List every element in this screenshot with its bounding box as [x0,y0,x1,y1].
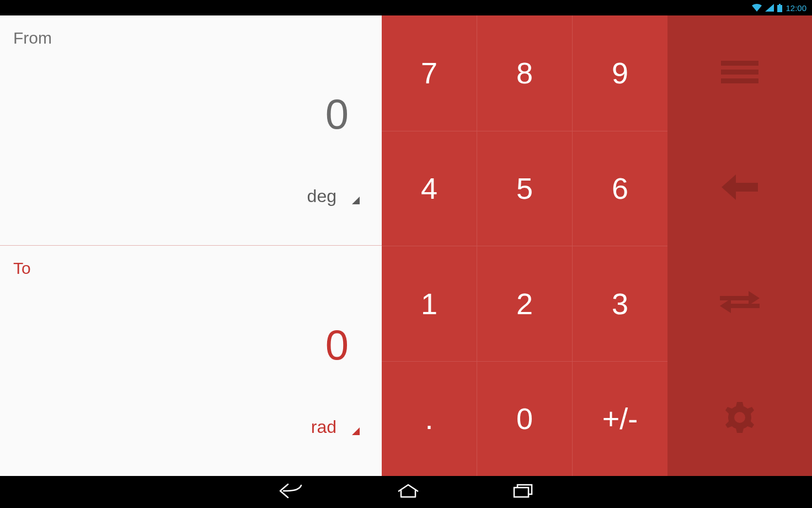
svg-rect-0 [777,5,782,12]
key-4[interactable]: 4 [382,131,477,246]
keypad: 7 8 9 4 5 6 1 2 3 . 0 +/- [382,15,667,476]
gear-icon [724,402,755,435]
settings-button[interactable] [667,361,812,477]
from-unit-selector[interactable]: deg [307,186,360,207]
home-icon [397,484,419,500]
arrow-left-icon [722,174,758,202]
from-value[interactable]: 0 [325,90,349,138]
key-7[interactable]: 7 [382,15,477,131]
from-section: From 0 deg [0,15,382,246]
menu-icon [721,59,758,87]
key-3[interactable]: 3 [573,246,667,361]
signal-icon [765,4,774,12]
from-unit-text: deg [307,186,336,207]
to-section: To 0 rad [0,246,382,476]
nav-home-button[interactable] [397,484,419,500]
swap-icon [720,289,760,317]
dropdown-caret-icon [352,427,360,435]
status-time: 12:00 [786,3,806,13]
backspace-button[interactable] [667,131,812,246]
nav-recent-button[interactable] [513,484,533,500]
from-label: From [13,29,368,47]
svg-rect-4 [721,78,758,83]
to-unit-text: rad [311,417,336,437]
to-label: To [13,259,368,278]
key-2[interactable]: 2 [477,246,573,361]
key-decimal[interactable]: . [382,361,477,477]
main-content: From 0 deg To 0 rad 7 8 9 4 5 6 [0,15,812,476]
key-5[interactable]: 5 [477,131,573,246]
key-9[interactable]: 9 [573,15,667,131]
to-value: 0 [325,320,349,368]
converter-panel: From 0 deg To 0 rad [0,15,382,476]
key-0[interactable]: 0 [477,361,573,477]
wifi-icon [752,4,762,12]
svg-rect-3 [721,70,758,75]
swap-button[interactable] [667,246,812,361]
dropdown-caret-icon [352,197,360,204]
svg-rect-2 [721,61,758,66]
navigation-bar [0,476,812,508]
key-6[interactable]: 6 [573,131,667,246]
menu-button[interactable] [667,15,812,131]
svg-rect-1 [779,4,781,5]
action-column [667,15,812,476]
to-unit-selector[interactable]: rad [311,417,360,437]
key-1[interactable]: 1 [382,246,477,361]
key-8[interactable]: 8 [477,15,573,131]
battery-icon [777,4,782,12]
nav-back-button[interactable] [279,483,303,501]
key-sign[interactable]: +/- [573,361,667,477]
status-bar: 12:00 [0,0,812,15]
recent-apps-icon [513,484,533,500]
svg-rect-5 [514,488,528,497]
back-icon [279,483,303,501]
